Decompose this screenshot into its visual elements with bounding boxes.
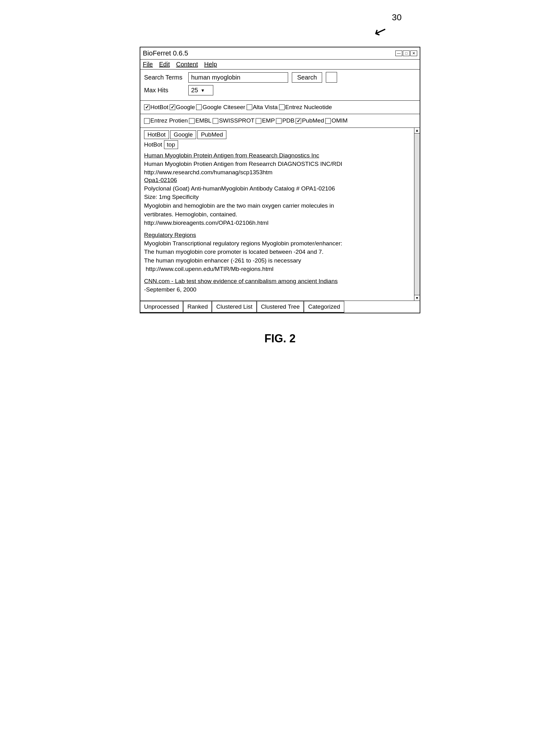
window-controls: — □ ✕ (395, 50, 417, 56)
tab-clustered-list[interactable]: Clustered List (212, 301, 256, 313)
menu-content[interactable]: Content (176, 61, 198, 68)
tab-ranked[interactable]: Ranked (183, 301, 212, 313)
results-area: HotBot Google PubMed HotBot top Human My… (140, 128, 420, 301)
emp-checkbox[interactable] (256, 118, 261, 124)
alta-vista-checkbox[interactable] (247, 104, 252, 110)
sub-tab-top[interactable]: top (164, 140, 178, 149)
application-window: BioFerret 0.6.5 — □ ✕ File Edit Content … (140, 47, 420, 313)
checkbox-alta-vista[interactable]: Alta Vista (247, 103, 278, 112)
scrollbar: ▲ ▼ (414, 128, 420, 301)
omim-checkbox[interactable] (325, 118, 331, 124)
maximize-button[interactable]: □ (403, 50, 410, 56)
tab-categorized[interactable]: Categorized (304, 301, 344, 313)
search-terms-label: Search Terms (144, 74, 185, 81)
result-text-3: -September 6, 2000 (144, 285, 410, 294)
scroll-down-button[interactable]: ▼ (414, 295, 420, 301)
window-title: BioFerret 0.6.5 (143, 49, 188, 57)
max-hits-row: Max Hits 25 ▼ (144, 85, 416, 96)
result-text-1: Human Myoglobin Protien Antigen from Res… (144, 160, 410, 177)
results-content: HotBot Google PubMed HotBot top Human My… (140, 128, 414, 301)
entrez-nucleotide-checkbox[interactable] (279, 104, 285, 110)
reference-number: 30 (392, 13, 402, 22)
result-link-opa[interactable]: Opa1-02106 (144, 177, 410, 184)
scroll-up-button[interactable]: ▲ (414, 128, 420, 134)
google-checkbox[interactable] (169, 104, 175, 110)
checkbox-emp[interactable]: EMP (256, 116, 275, 125)
result-link-1[interactable]: Human Myoglobin Protein Antigen from Rea… (144, 152, 410, 159)
search-row: Search Terms Search (144, 72, 416, 83)
max-hits-dropdown[interactable]: 25 ▼ (188, 85, 213, 96)
checkbox-google-citeseer[interactable]: Google Citeseer (196, 103, 245, 112)
pdb-checkbox[interactable] (276, 118, 282, 124)
checkbox-entrez-nucleotide[interactable]: Entrez Nucleotide (279, 103, 332, 112)
result-text-opa: Polyclonal (Goat) Anti-humanMyoglobin An… (144, 184, 410, 227)
hotbot-checkbox[interactable] (144, 104, 150, 110)
menu-bar: File Edit Content Help (140, 60, 420, 69)
result-entry-3: CNN.com - Lab test show evidence of cann… (144, 278, 410, 294)
search-extra-button[interactable] (326, 72, 337, 83)
checkbox-omim[interactable]: OMIM (325, 116, 348, 125)
checkboxes-row-2: Entrez Protien EMBL SWISSPROT EMP PDB Pu… (140, 114, 420, 127)
bottom-tabs: Unprocessed Ranked Clustered List Cluste… (140, 301, 420, 313)
search-button[interactable]: Search (292, 72, 322, 83)
tab-google[interactable]: Google (170, 130, 196, 139)
toolbar: Search Terms Search Max Hits 25 ▼ (140, 69, 420, 101)
close-button[interactable]: ✕ (410, 50, 417, 56)
checkboxes-row-1: HotBot Google Google Citeseer Alta Vista… (140, 101, 420, 114)
menu-file[interactable]: File (143, 61, 153, 68)
arrow-icon: ↗ (372, 23, 389, 41)
sub-hotbot-label: HotBot (144, 141, 162, 148)
page-wrapper: 30 ↗ BioFerret 0.6.5 — □ ✕ File Edit Con… (140, 13, 420, 345)
checkbox-embl[interactable]: EMBL (189, 116, 212, 125)
checkbox-entrez-protien[interactable]: Entrez Protien (144, 116, 188, 125)
tab-unprocessed[interactable]: Unprocessed (140, 301, 183, 313)
title-bar: BioFerret 0.6.5 — □ ✕ (140, 47, 420, 60)
google-citeseer-checkbox[interactable] (196, 104, 202, 110)
scroll-track[interactable] (414, 134, 420, 295)
minimize-button[interactable]: — (395, 50, 402, 56)
swissprot-checkbox[interactable] (213, 118, 218, 124)
pubmed-checkbox[interactable] (296, 118, 301, 124)
menu-help[interactable]: Help (204, 61, 217, 68)
max-hits-label: Max Hits (144, 87, 185, 94)
embl-checkbox[interactable] (189, 118, 195, 124)
search-input[interactable] (188, 72, 288, 83)
result-entry-2: Regulatory Regions Myoglobin Transcripti… (144, 232, 410, 273)
dropdown-arrow-icon: ▼ (200, 88, 205, 93)
tab-hotbot[interactable]: HotBot (144, 130, 169, 139)
checkbox-swissprot[interactable]: SWISSPROT (213, 116, 255, 125)
menu-edit[interactable]: Edit (159, 61, 169, 68)
result-text-2: Myoglobin Transcriptional regulatory reg… (144, 239, 410, 273)
figure-caption: FIG. 2 (140, 332, 420, 345)
tab-pubmed[interactable]: PubMed (197, 130, 226, 139)
checkbox-pubmed[interactable]: PubMed (296, 116, 324, 125)
entrez-protien-checkbox[interactable] (144, 118, 150, 124)
result-entry-1: Human Myoglobin Protein Antigen from Rea… (144, 152, 410, 227)
result-link-3[interactable]: CNN.com - Lab test show evidence of cann… (144, 278, 410, 285)
checkbox-hotbot[interactable]: HotBot (144, 103, 168, 112)
result-tabs: HotBot Google PubMed (144, 130, 410, 139)
tab-clustered-tree[interactable]: Clustered Tree (257, 301, 304, 313)
tab-sub-row: HotBot top (144, 140, 410, 149)
result-link-2[interactable]: Regulatory Regions (144, 232, 410, 239)
checkbox-pdb[interactable]: PDB (276, 116, 294, 125)
checkbox-google[interactable]: Google (169, 103, 195, 112)
